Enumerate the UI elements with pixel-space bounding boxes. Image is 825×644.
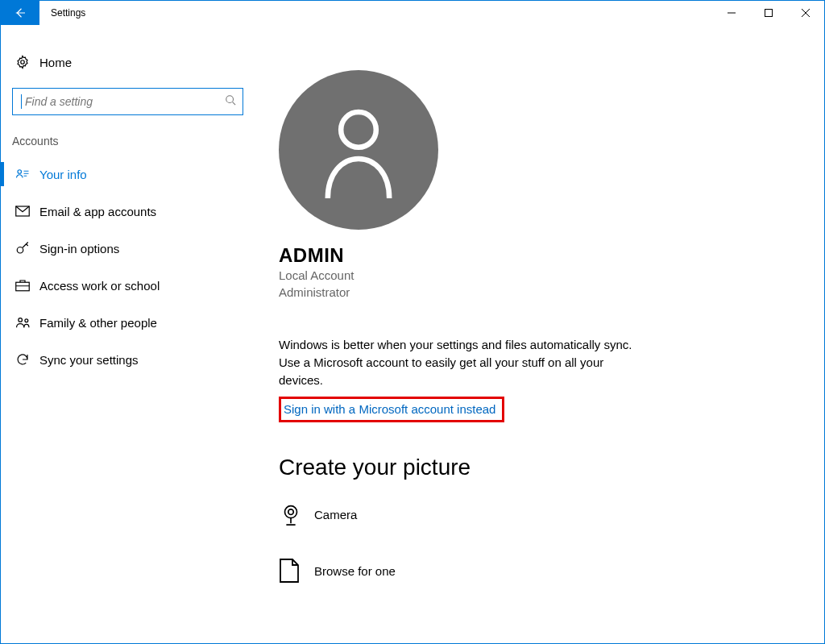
sign-in-link-highlight: Sign in with a Microsoft account instead [279, 397, 504, 422]
back-button[interactable] [1, 1, 39, 25]
minimize-button[interactable] [713, 1, 750, 25]
search-input[interactable] [25, 95, 225, 108]
svg-rect-6 [16, 282, 30, 291]
profile-account-type: Local Account [279, 267, 792, 284]
sidebar-section-title: Accounts [12, 135, 255, 147]
file-icon [279, 558, 314, 584]
home-nav[interactable]: Home [1, 44, 255, 80]
nav-sync-settings[interactable]: Sync your settings [1, 341, 255, 378]
minimize-icon [728, 9, 736, 17]
nav-your-info[interactable]: Your info [1, 156, 255, 193]
svg-point-8 [25, 319, 28, 322]
nav-label: Sync your settings [39, 353, 139, 367]
mail-icon [15, 206, 39, 217]
create-picture-heading: Create your picture [279, 455, 792, 480]
sync-description: Windows is better when your settings and… [279, 336, 649, 388]
svg-point-2 [226, 96, 234, 103]
titlebar-spacer [85, 1, 713, 25]
window-title: Settings [39, 1, 85, 25]
nav-label: Email & app accounts [39, 205, 156, 218]
svg-point-11 [288, 509, 294, 515]
nav-label: Your info [39, 168, 87, 181]
window-controls [713, 1, 824, 25]
camera-label: Camera [314, 508, 357, 521]
profile-role: Administrator [279, 284, 792, 301]
text-caret [21, 94, 22, 109]
search-container [12, 88, 243, 115]
svg-point-1 [21, 60, 25, 64]
search-icon [225, 94, 236, 109]
sync-icon [15, 352, 39, 367]
avatar [279, 70, 438, 230]
maximize-button[interactable] [750, 1, 787, 25]
main-content: ADMIN Local Account Administrator Window… [255, 25, 824, 643]
camera-icon [279, 502, 314, 526]
sidebar: Home Accounts Your info [1, 25, 255, 643]
nav-email-accounts[interactable]: Email & app accounts [1, 193, 255, 230]
briefcase-icon [15, 279, 39, 292]
nav-label: Access work or school [39, 279, 160, 293]
maximize-icon [765, 9, 773, 17]
svg-rect-0 [765, 10, 773, 17]
gear-icon [15, 55, 39, 69]
close-icon [802, 9, 810, 17]
browse-label: Browse for one [314, 564, 396, 578]
arrow-left-icon [13, 6, 27, 20]
svg-point-10 [285, 506, 297, 518]
settings-window: Settings Home [0, 0, 825, 644]
nav-family-people[interactable]: Family & other people [1, 304, 255, 341]
nav-signin-options[interactable]: Sign-in options [1, 230, 255, 267]
titlebar: Settings [1, 1, 824, 25]
svg-point-9 [341, 112, 376, 147]
person-icon [314, 102, 403, 198]
svg-point-5 [17, 247, 23, 254]
svg-point-7 [19, 318, 23, 322]
nav-label: Sign-in options [39, 242, 119, 256]
camera-option[interactable]: Camera [279, 492, 792, 537]
key-icon [15, 241, 39, 256]
person-card-icon [15, 167, 39, 181]
nav-label: Family & other people [39, 316, 157, 330]
window-body: Home Accounts Your info [1, 25, 824, 643]
close-button[interactable] [787, 1, 824, 25]
sign-in-microsoft-link[interactable]: Sign in with a Microsoft account instead [284, 402, 495, 416]
home-label: Home [39, 56, 72, 69]
search-box[interactable] [12, 88, 243, 115]
browse-option[interactable]: Browse for one [279, 548, 792, 593]
people-icon [15, 316, 39, 329]
profile-username: ADMIN [279, 244, 792, 267]
nav-work-school[interactable]: Access work or school [1, 267, 255, 304]
svg-point-3 [18, 170, 22, 174]
